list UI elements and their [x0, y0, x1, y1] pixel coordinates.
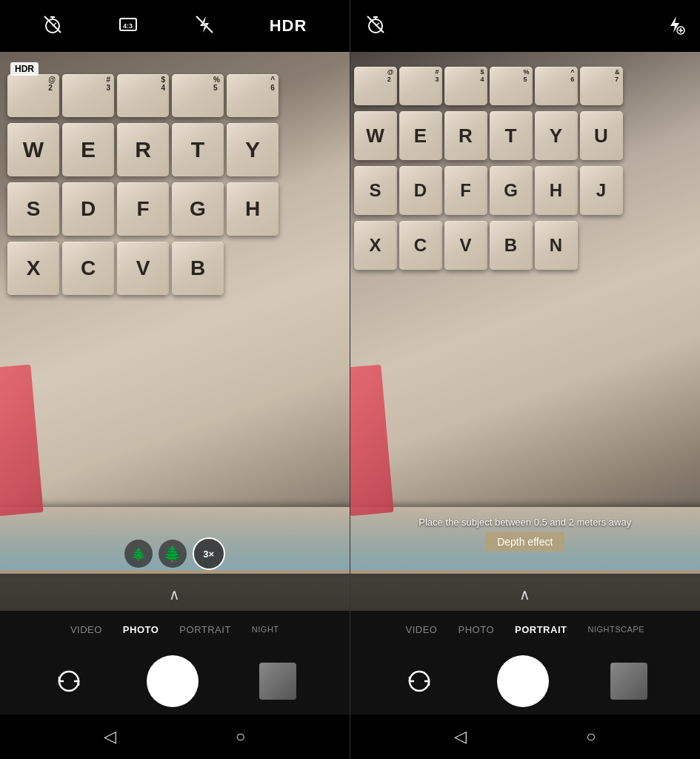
flip-camera-icon[interactable] — [53, 665, 85, 697]
left-status-bar: 4:3 HDR — [0, 0, 350, 52]
aspect-ratio-icon: 4:3 — [118, 14, 139, 38]
flip-camera-icon-right[interactable] — [403, 665, 436, 697]
distance-hint: Place the subject between 0.5 and 2 mete… — [419, 517, 631, 528]
back-button-left[interactable]: ◁ — [104, 727, 116, 746]
home-button-right[interactable]: ○ — [586, 727, 596, 746]
portrait-overlay: Place the subject between 0.5 and 2 mete… — [350, 517, 701, 551]
right-mode-tabs[interactable]: VIDEO PHOTO PORTRAIT NIGHTSCAPE — [350, 611, 701, 648]
flash-settings-icon-right — [664, 14, 685, 38]
home-button-left[interactable]: ○ — [236, 727, 245, 746]
right-status-bar — [350, 0, 701, 52]
swipe-up-chevron-right: ∧ — [519, 586, 530, 603]
tab-nightscape-right[interactable]: NIGHTSCAPE — [577, 625, 655, 634]
right-camera-bottom: VIDEO PHOTO PORTRAIT NIGHTSCAPE — [350, 611, 701, 715]
tab-photo-left[interactable]: PHOTO — [113, 624, 170, 635]
right-controls-row — [350, 648, 701, 715]
tab-photo-right[interactable]: PHOTO — [448, 624, 505, 635]
hdr-label: HDR — [270, 16, 307, 36]
right-screen: @2 #3 $4 %5 ^6 &7 — [350, 0, 701, 759]
tab-portrait-left[interactable]: PORTRAIT — [169, 624, 241, 635]
left-camera-bottom: VIDEO PHOTO PORTRAIT NIGHT — [0, 611, 350, 715]
tab-night-left[interactable]: NIGHT — [241, 625, 290, 634]
timer-off-icon — [42, 14, 63, 38]
shutter-button[interactable] — [147, 655, 199, 707]
shutter-button-right[interactable] — [497, 655, 549, 707]
tab-video-right[interactable]: VIDEO — [396, 624, 448, 635]
last-photo-thumbnail-right[interactable] — [610, 663, 647, 700]
tab-video-left[interactable]: VIDEO — [60, 624, 113, 635]
svg-text:4:3: 4:3 — [123, 22, 133, 30]
timer-off-icon-right — [365, 14, 386, 38]
zoom-3x-btn[interactable]: 3× — [193, 537, 225, 570]
back-button-right[interactable]: ◁ — [454, 727, 467, 746]
zoom-small-tree-btn[interactable]: 🌲 — [124, 540, 153, 568]
right-viewfinder[interactable]: @2 #3 $4 %5 ^6 &7 — [350, 52, 701, 611]
flash-off-icon — [194, 14, 215, 38]
left-viewfinder[interactable]: @2 #3 $4 %5 ^6 W — [0, 52, 350, 611]
depth-effect-badge: Depth effect — [485, 532, 564, 551]
left-screen: 4:3 HDR — [0, 0, 350, 759]
swipe-up-chevron: ∧ — [169, 586, 180, 603]
left-nav-bar: ◁ ○ — [0, 715, 350, 759]
left-mode-tabs[interactable]: VIDEO PHOTO PORTRAIT NIGHT — [0, 611, 350, 648]
keyboard-view: @2 #3 $4 %5 ^6 W — [0, 52, 350, 611]
hdr-badge: HDR — [10, 62, 39, 76]
zoom-controls[interactable]: 🌲 🌲 3× — [124, 537, 225, 570]
last-photo-thumbnail[interactable] — [259, 663, 296, 700]
right-nav-bar: ◁ ○ — [350, 715, 701, 759]
left-controls-row — [0, 648, 350, 715]
tab-portrait-right[interactable]: PORTRAIT — [504, 624, 577, 635]
zoom-large-tree-btn[interactable]: 🌲 — [159, 540, 187, 568]
